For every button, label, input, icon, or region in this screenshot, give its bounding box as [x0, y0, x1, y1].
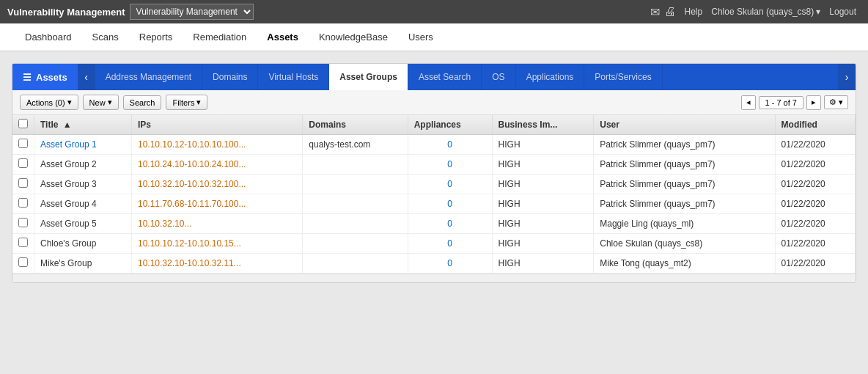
row-ips[interactable]: 10.10.32.10-10.10.32.11...: [131, 254, 302, 274]
row-domains: [303, 194, 408, 214]
app-title: Vulnerability Management Vulnerability M…: [7, 4, 254, 20]
ips-link[interactable]: 10.10.32.10...: [138, 219, 191, 229]
row-checkbox[interactable]: [18, 238, 28, 247]
row-checkbox[interactable]: [18, 139, 28, 148]
row-checkbox[interactable]: [18, 218, 28, 227]
actions-button[interactable]: Actions (0) ▾: [20, 95, 78, 110]
asset-groups-table: Title ▲ IPs Domains Appliances Business …: [12, 115, 856, 274]
row-checkbox[interactable]: [18, 257, 28, 267]
row-modified: 01/22/2020: [775, 214, 855, 234]
row-appliances: 0: [408, 135, 492, 155]
select-all-checkbox[interactable]: [18, 119, 28, 128]
tab-applications[interactable]: Applications: [516, 64, 585, 90]
tab-domains[interactable]: Domains: [202, 64, 258, 90]
row-appliances: 0: [408, 254, 492, 274]
col-user[interactable]: User: [594, 115, 775, 135]
search-label: Search: [130, 98, 155, 107]
appliances-link[interactable]: 0: [447, 199, 452, 209]
tab-ports-services[interactable]: Ports/Services: [584, 64, 662, 90]
row-checkbox[interactable]: [18, 198, 28, 208]
col-domains[interactable]: Domains: [303, 115, 408, 135]
appliances-link[interactable]: 0: [447, 238, 452, 249]
row-user: Patrick Slimmer (quays_pm7): [594, 135, 775, 155]
row-business-impact: HIGH: [492, 214, 594, 234]
row-checkbox[interactable]: [18, 178, 28, 188]
tab-arrow-left[interactable]: ‹: [78, 64, 95, 90]
prev-page-button[interactable]: ◂: [741, 95, 756, 110]
tab-asset-search[interactable]: Asset Search: [408, 64, 482, 90]
table-row: Asset Group 210.10.24.10-10.10.24.100...…: [12, 155, 856, 175]
title-link[interactable]: Asset Group 1: [40, 139, 97, 150]
ips-link[interactable]: 10.10.32.10-10.10.32.100...: [138, 179, 246, 189]
new-label: New: [89, 98, 106, 107]
appliances-link[interactable]: 0: [447, 139, 452, 150]
logout-button[interactable]: Logout: [825, 5, 861, 18]
row-domains: qualys-test.com: [303, 135, 408, 155]
table-row: Asset Group 410.11.70.68-10.11.70.100...…: [12, 194, 856, 214]
appliances-link[interactable]: 0: [447, 258, 452, 268]
nav-scans[interactable]: Scans: [82, 26, 129, 48]
row-modified: 01/22/2020: [775, 175, 855, 194]
nav-dashboard[interactable]: Dashboard: [15, 26, 82, 48]
scroll-area[interactable]: [12, 274, 856, 282]
ips-link[interactable]: 10.11.70.68-10.11.70.100...: [138, 199, 246, 209]
nav-assets[interactable]: Assets: [257, 26, 309, 48]
ips-link[interactable]: 10.10.10.12-10.10.10.100...: [138, 139, 246, 150]
col-appliances[interactable]: Appliances: [408, 115, 492, 135]
row-ips[interactable]: 10.10.10.12-10.10.10.15...: [131, 234, 302, 254]
sort-icon: ▲: [63, 120, 72, 130]
assets-home-tab[interactable]: ☰ Assets: [12, 64, 78, 90]
appliances-link[interactable]: 0: [447, 219, 452, 229]
row-checkbox[interactable]: [18, 158, 28, 168]
nav-knowledgebase[interactable]: KnowledgeBase: [309, 26, 398, 48]
tab-os[interactable]: OS: [482, 64, 515, 90]
top-bar-right: ✉ 🖨 Help Chloe Skulan (quays_cs8) ▾ Logo…: [650, 5, 861, 19]
row-user: Mike Tong (quays_mt2): [594, 254, 775, 274]
nav-remediation[interactable]: Remediation: [183, 26, 257, 48]
select-all-header[interactable]: [12, 115, 34, 135]
appliances-link[interactable]: 0: [447, 179, 452, 189]
col-ips[interactable]: IPs: [131, 115, 302, 135]
nav-bar: Dashboard Scans Reports Remediation Asse…: [0, 23, 868, 51]
tab-arrow-right[interactable]: ›: [838, 64, 856, 90]
next-page-button[interactable]: ▸: [806, 95, 821, 110]
row-checkbox-cell: [12, 194, 34, 214]
help-button[interactable]: Help: [680, 5, 707, 18]
asset-tabs-bar: ☰ Assets ‹ Address Management Domains Vi…: [12, 64, 856, 90]
row-ips[interactable]: 10.10.10.12-10.10.10.100...: [131, 135, 302, 155]
mail-icon[interactable]: ✉: [650, 5, 660, 19]
row-domains: [303, 234, 408, 254]
row-ips[interactable]: 10.10.24.10-10.10.24.100...: [131, 155, 302, 175]
row-business-impact: HIGH: [492, 175, 594, 194]
table-settings-button[interactable]: ⚙ ▾: [824, 95, 848, 109]
table-row: Asset Group 510.10.32.10...0HIGHMaggie L…: [12, 214, 856, 234]
new-button[interactable]: New ▾: [83, 95, 119, 110]
app-selector[interactable]: Vulnerability Management: [130, 4, 254, 20]
tab-address-management[interactable]: Address Management: [95, 64, 202, 90]
tab-asset-groups[interactable]: Asset Groups: [329, 64, 408, 90]
table-row: Asset Group 310.10.32.10-10.10.32.100...…: [12, 175, 856, 194]
row-domains: [303, 175, 408, 194]
user-chevron-icon: ▾: [816, 7, 820, 17]
search-button[interactable]: Search: [123, 95, 162, 110]
ips-link[interactable]: 10.10.24.10-10.10.24.100...: [138, 159, 246, 169]
filters-button[interactable]: Filters ▾: [166, 95, 207, 110]
row-ips[interactable]: 10.10.32.10-10.10.32.100...: [131, 175, 302, 194]
nav-users[interactable]: Users: [398, 26, 444, 48]
print-icon[interactable]: 🖨: [664, 5, 676, 18]
row-checkbox-cell: [12, 175, 34, 194]
table-row: Chloe's Group10.10.10.12-10.10.10.15...0…: [12, 234, 856, 254]
col-modified[interactable]: Modified: [775, 115, 855, 135]
row-ips[interactable]: 10.10.32.10...: [131, 214, 302, 234]
user-menu[interactable]: Chloe Skulan (quays_cs8) ▾: [711, 7, 820, 17]
col-business-impact[interactable]: Business Im...: [492, 115, 594, 135]
col-title[interactable]: Title ▲: [34, 115, 132, 135]
row-appliances: 0: [408, 175, 492, 194]
nav-reports[interactable]: Reports: [129, 26, 183, 48]
appliances-link[interactable]: 0: [447, 159, 452, 169]
tab-virtual-hosts[interactable]: Virtual Hosts: [258, 64, 329, 90]
row-ips[interactable]: 10.11.70.68-10.11.70.100...: [131, 194, 302, 214]
ips-link[interactable]: 10.10.10.12-10.10.10.15...: [138, 238, 241, 249]
table-header-row: Title ▲ IPs Domains Appliances Business …: [12, 115, 856, 135]
ips-link[interactable]: 10.10.32.10-10.10.32.11...: [138, 258, 241, 268]
